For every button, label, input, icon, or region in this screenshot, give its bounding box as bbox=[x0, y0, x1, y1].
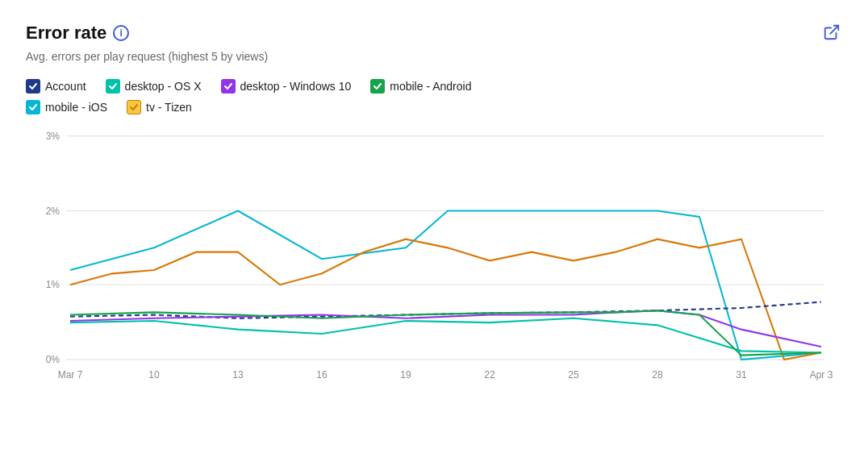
chart-area: 3% 2% 1% 0% Mar 7 10 13 16 19 22 25 28 3… bbox=[26, 127, 842, 385]
svg-text:28: 28 bbox=[652, 369, 662, 381]
svg-text:Mar 7: Mar 7 bbox=[58, 369, 83, 381]
svg-text:13: 13 bbox=[232, 369, 243, 381]
legend-item-tv-tizen[interactable]: tv - Tizen bbox=[127, 100, 192, 114]
legend-item-account[interactable]: Account bbox=[26, 79, 86, 94]
legend-row-2: mobile - iOS tv - Tizen bbox=[26, 100, 842, 114]
svg-text:1%: 1% bbox=[46, 279, 60, 290]
svg-text:2%: 2% bbox=[46, 205, 60, 216]
legend-label-tv-tizen: tv - Tizen bbox=[146, 101, 192, 114]
legend-label-mobile-ios: mobile - iOS bbox=[45, 101, 107, 114]
legend-label-mobile-android: mobile - Android bbox=[390, 80, 471, 93]
legend-checkbox-account bbox=[26, 79, 40, 94]
title-area: Error rate i bbox=[26, 23, 129, 44]
svg-text:3%: 3% bbox=[46, 131, 60, 142]
legend-item-desktop-win10[interactable]: desktop - Windows 10 bbox=[221, 79, 352, 94]
svg-text:31: 31 bbox=[736, 369, 746, 381]
svg-text:19: 19 bbox=[400, 369, 411, 381]
legend-checkbox-desktop-osx bbox=[106, 79, 120, 94]
svg-text:10: 10 bbox=[148, 369, 159, 381]
legend: Account desktop - OS X desktop - Windows… bbox=[26, 79, 842, 114]
svg-text:Apr 3: Apr 3 bbox=[810, 369, 833, 381]
legend-checkbox-mobile-android bbox=[370, 79, 385, 94]
chart-svg: 3% 2% 1% 0% Mar 7 10 13 16 19 22 25 28 3… bbox=[26, 127, 842, 385]
svg-line-0 bbox=[830, 26, 838, 34]
info-icon[interactable]: i bbox=[113, 25, 129, 41]
svg-text:22: 22 bbox=[484, 369, 495, 381]
dashboard-container: Error rate i Avg. errors per play reques… bbox=[0, 0, 868, 470]
legend-item-mobile-android[interactable]: mobile - Android bbox=[370, 79, 471, 94]
svg-text:16: 16 bbox=[316, 369, 327, 381]
legend-label-account: Account bbox=[45, 80, 86, 93]
page-title: Error rate bbox=[26, 23, 106, 44]
legend-checkbox-tv-tizen bbox=[127, 100, 141, 114]
chart-subtitle: Avg. errors per play request (highest 5 … bbox=[26, 50, 842, 63]
legend-row-1: Account desktop - OS X desktop - Windows… bbox=[26, 79, 842, 94]
header-row: Error rate i bbox=[26, 23, 842, 44]
svg-text:25: 25 bbox=[568, 369, 578, 381]
legend-label-desktop-win10: desktop - Windows 10 bbox=[240, 80, 352, 93]
legend-item-desktop-osx[interactable]: desktop - OS X bbox=[106, 79, 202, 94]
legend-checkbox-mobile-ios bbox=[26, 100, 40, 114]
legend-label-desktop-osx: desktop - OS X bbox=[125, 80, 202, 93]
export-icon[interactable] bbox=[823, 23, 842, 43]
legend-checkbox-desktop-win10 bbox=[221, 79, 236, 94]
svg-text:0%: 0% bbox=[46, 354, 60, 365]
legend-item-mobile-ios[interactable]: mobile - iOS bbox=[26, 100, 107, 114]
